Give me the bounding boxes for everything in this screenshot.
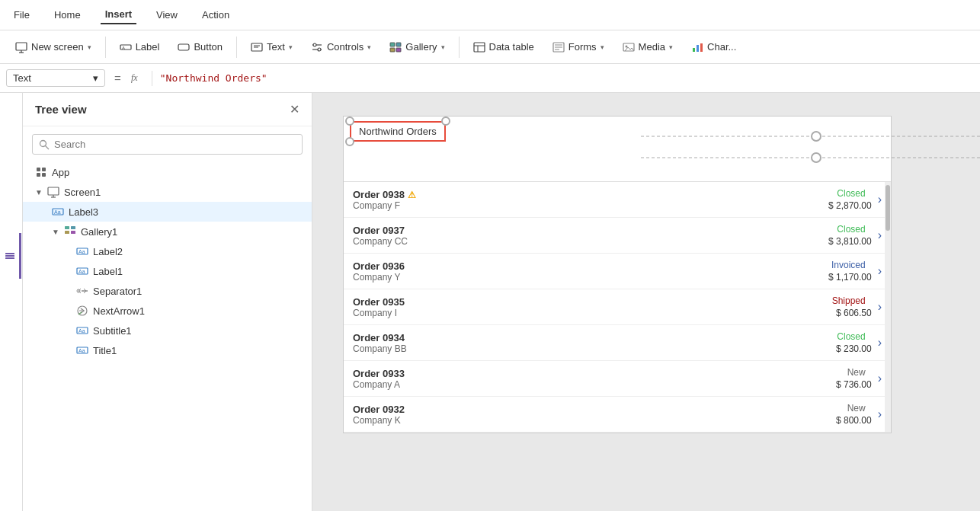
svg-point-25 [625,45,627,47]
tree-item-label1[interactable]: Aa Label1 [23,261,312,281]
row-amount: $ 230.00 [836,343,872,354]
tree-search [32,134,303,155]
row-right: Invoiced $ 1,170.00 [828,260,872,283]
text-button[interactable]: Text ▾ [243,37,300,57]
gallery-icon [389,41,402,53]
tree-item-app[interactable]: App [23,162,312,182]
gallery-row[interactable]: Order 0936 Company Y Invoiced $ 1,170.00… [344,254,891,289]
tree-item-subtitle1[interactable]: Aa Subtitle1 [23,321,312,340]
row-company: Company I [353,308,832,318]
row-amount: $ 606.50 [836,308,872,318]
media-chevron: ▾ [669,43,673,51]
fx-label: fx [130,70,144,86]
svg-rect-45 [71,226,75,229]
label-button[interactable]: A Label [112,37,168,57]
row-right: Closed $ 3,810.00 [828,224,872,247]
search-input[interactable] [54,139,296,150]
fx-icon: fx [130,70,144,84]
formula-dropdown[interactable]: Text ▾ [6,69,105,87]
row-amount: $ 3,810.00 [828,236,872,247]
northwind-title-label: Northwind Orders [350,121,446,142]
row-status: New [847,367,866,378]
divider2 [236,37,237,58]
row-next-icon[interactable]: › [878,264,882,278]
media-icon [623,41,635,53]
forms-chevron: ▾ [600,43,604,51]
title-label-selected[interactable]: Northwind Orders [350,121,446,142]
datatable-button[interactable]: Data table [466,37,542,57]
controls-button[interactable]: Controls ▾ [303,37,379,57]
row-next-icon[interactable]: › [878,193,882,206]
row-amount: $ 800.00 [836,415,872,426]
svg-rect-47 [71,231,75,234]
gallery1-chevron: ▼ [52,228,59,236]
gallery-row[interactable]: Order 0935 Company I Shipped $ 606.50 › [344,289,891,325]
svg-text:Aa: Aa [54,209,61,215]
tree-item-label2[interactable]: Aa Label2 [23,241,312,261]
svg-rect-24 [623,43,634,51]
chart-button[interactable]: Char... [684,37,744,57]
tree-item-gallery1[interactable]: ▼ Gallery1 [23,222,312,241]
tree-item-label3[interactable]: Aa Label3 [23,202,312,222]
row-company: Company A [353,379,836,390]
svg-text:Aa: Aa [78,328,85,334]
gallery-row[interactable]: Order 0932 Company K New $ 800.00 › [344,397,891,433]
row-status: New [847,403,866,414]
row-next-icon[interactable]: › [878,336,882,350]
tree-close-button[interactable]: ✕ [290,102,299,117]
tree-item-separator1[interactable]: Separator1 [23,281,312,301]
scrollbar-track[interactable] [885,182,891,433]
button-button[interactable]: Button [170,37,230,57]
tree-item-nextarrow1[interactable]: NextArrow1 [23,301,312,321]
separator1-icon [76,285,88,297]
tree-item-screen1[interactable]: ▼ Screen1 [23,182,312,202]
tree-item-title1[interactable]: Aa Title1 [23,340,312,360]
toolbar: New screen ▾ A Label Button Text ▾ [0,30,980,64]
menu-action[interactable]: Action [197,6,234,24]
gallery-row[interactable]: Order 0937 Company CC Closed $ 3,810.00 … [344,218,891,254]
menu-home[interactable]: Home [50,6,85,24]
menu-file[interactable]: File [9,6,34,24]
chart-icon [691,41,703,53]
layer-tab[interactable] [0,233,21,279]
row-next-icon[interactable]: › [878,372,882,385]
row-next-icon[interactable]: › [878,407,882,421]
screen-icon [15,41,27,53]
gallery-rows: Order 0938 ⚠ Company F Closed $ 2,870.00… [344,182,891,433]
svg-rect-14 [396,43,401,46]
formula-input[interactable]: "Northwind Orders" [160,72,974,84]
svg-rect-0 [16,43,27,50]
menu-view[interactable]: View [152,6,182,24]
row-company: Company K [353,415,836,426]
gallery1-icon [64,225,76,238]
gallery-row[interactable]: Order 0934 Company BB Closed $ 230.00 › [344,325,891,361]
divider1 [105,37,106,58]
row-next-icon[interactable]: › [878,228,882,242]
tree-label-label1: Label1 [93,266,123,277]
menu-insert[interactable]: Insert [101,5,136,24]
row-status: Invoiced [831,260,866,270]
left-toggle[interactable] [0,93,23,511]
row-order-id: Order 0934 [353,332,836,343]
gallery-button[interactable]: Gallery ▾ [382,37,452,57]
svg-point-62 [812,132,821,141]
handle-tr [441,117,450,126]
newscreen-button[interactable]: New screen ▾ [8,37,99,57]
svg-rect-35 [37,168,40,171]
row-status: Shipped [832,295,866,306]
row-amount: $ 1,170.00 [828,272,872,283]
media-button[interactable]: Media ▾ [615,37,681,57]
gallery-row[interactable]: Order 0933 Company A New $ 736.00 › [344,361,891,397]
gallery-row[interactable]: Order 0938 ⚠ Company F Closed $ 2,870.00… [344,182,891,218]
scrollbar-thumb[interactable] [886,185,890,231]
row-next-icon[interactable]: › [878,300,882,314]
svg-text:Aa: Aa [78,249,85,254]
forms-button[interactable]: Forms ▾ [545,37,612,57]
row-company: Company CC [353,236,828,247]
gallery-list: Order 0938 ⚠ Company F Closed $ 2,870.00… [344,181,891,433]
label1-icon: Aa [76,265,88,277]
datatable-icon [473,41,485,53]
title1-icon: Aa [76,344,88,356]
tree-label-app: App [52,167,69,178]
text-icon [251,41,263,53]
